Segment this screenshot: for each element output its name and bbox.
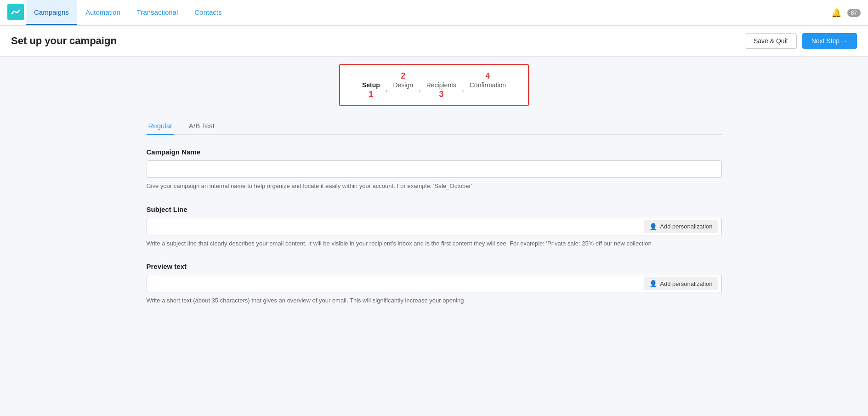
subject-line-input[interactable] [147, 218, 722, 235]
nav-right: 🔔 87 [829, 6, 861, 20]
step-confirmation[interactable]: 4 Confirmation [470, 70, 506, 100]
step-recipients-num-top [440, 70, 443, 81]
tab-regular[interactable]: Regular [147, 117, 175, 135]
steps-box: Setup 1 › 2 Design › Recipients 3 › 4 [339, 64, 529, 106]
subject-add-personalization-button[interactable]: 👤 Add personalization [644, 220, 718, 233]
chevron-2: › [419, 87, 421, 94]
subject-line-hint: Write a subject line that clearly descri… [147, 239, 722, 248]
preview-personalization-label: Add personalization [660, 280, 712, 287]
nav-automation[interactable]: Automation [77, 0, 129, 25]
preview-text-input[interactable] [147, 275, 722, 292]
step-design-number: 2 [401, 70, 405, 81]
chevron-3: › [462, 87, 464, 94]
campaign-type-tabs: Regular A/B Test [147, 117, 722, 135]
steps-container: Setup 1 › 2 Design › Recipients 3 › 4 [0, 57, 868, 106]
save-quit-button[interactable]: Save & Quit [745, 33, 797, 49]
preview-text-label: Preview text [147, 262, 722, 270]
subject-line-label: Subject Line [147, 205, 722, 213]
person-icon: 👤 [649, 223, 657, 230]
step-setup-number: 1 [369, 89, 373, 100]
step-setup[interactable]: Setup 1 [362, 70, 380, 100]
top-navigation: Campaigns Automation Transactional Conta… [0, 0, 868, 26]
step-design-label[interactable]: Design [393, 81, 413, 89]
notification-bell[interactable]: 🔔 [829, 6, 844, 20]
preview-text-section: Preview text 👤 Add personalization Write… [147, 262, 722, 305]
campaign-name-section: Campaign Name Give your campaign an inte… [147, 148, 722, 191]
step-setup-num-top [370, 70, 372, 81]
step-setup-label[interactable]: Setup [362, 81, 380, 89]
step-design[interactable]: 2 Design [393, 70, 413, 100]
notification-count: 87 [847, 9, 861, 17]
subject-personalization-label: Add personalization [660, 223, 712, 230]
campaign-name-label: Campaign Name [147, 148, 722, 156]
tab-ab-test[interactable]: A/B Test [187, 117, 216, 135]
page-title: Set up your campaign [11, 35, 117, 47]
steps-wrapper: Setup 1 › 2 Design › Recipients 3 › 4 [362, 70, 506, 100]
person-icon-2: 👤 [649, 280, 657, 287]
campaign-name-hint: Give your campaign an internal name to h… [147, 182, 722, 191]
step-confirmation-num-bottom [487, 89, 489, 100]
nav-transactional[interactable]: Transactional [129, 0, 187, 25]
subject-line-input-wrapper: 👤 Add personalization [147, 218, 722, 235]
nav-campaigns[interactable]: Campaigns [26, 0, 77, 25]
chevron-1: › [386, 87, 388, 94]
step-recipients[interactable]: Recipients 3 [426, 70, 456, 100]
step-recipients-number: 3 [439, 89, 443, 100]
subject-line-section: Subject Line 👤 Add personalization Write… [147, 205, 722, 248]
preview-text-input-wrapper: 👤 Add personalization [147, 275, 722, 292]
preview-add-personalization-button[interactable]: 👤 Add personalization [644, 277, 718, 290]
next-step-button[interactable]: Next Step → [802, 33, 857, 49]
step-confirmation-label[interactable]: Confirmation [470, 81, 506, 89]
step-confirmation-number: 4 [485, 70, 490, 81]
logo[interactable] [7, 4, 24, 22]
step-recipients-label[interactable]: Recipients [426, 81, 456, 89]
nav-links: Campaigns Automation Transactional Conta… [26, 0, 230, 25]
main-content: Regular A/B Test Campaign Name Give your… [136, 106, 733, 331]
step-design-num-bottom [402, 89, 404, 100]
nav-contacts[interactable]: Contacts [186, 0, 230, 25]
page-header: Set up your campaign Save & Quit Next St… [0, 26, 868, 57]
campaign-name-input[interactable] [147, 160, 722, 178]
header-actions: Save & Quit Next Step → [745, 33, 857, 49]
preview-text-hint: Write a short text (about 35 characters)… [147, 296, 722, 305]
